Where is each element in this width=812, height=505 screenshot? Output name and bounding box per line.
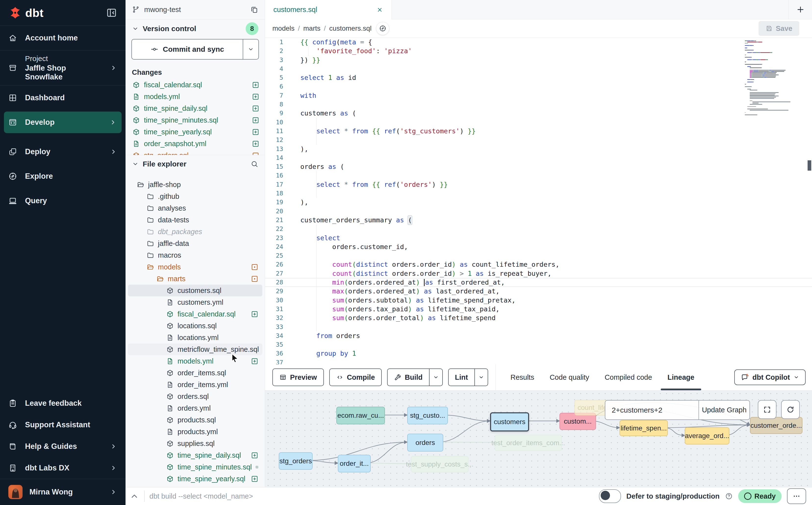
sidebar-item-account-home[interactable]: Account home: [0, 26, 126, 50]
stage-file-button[interactable]: [251, 452, 259, 459]
tree-item[interactable]: customers.sql: [128, 285, 262, 296]
stage-file-button[interactable]: [252, 140, 260, 148]
change-row[interactable]: fiscal_calendar.sql: [126, 79, 265, 91]
sidebar-collapse-button[interactable]: [106, 7, 117, 18]
lineage-refresh-button[interactable]: [781, 400, 800, 419]
change-row[interactable]: time_spine_daily.sql: [126, 103, 265, 114]
sidebar-item-help-guides[interactable]: Help & Guides: [0, 436, 126, 457]
tree-item[interactable]: time_spine_yearly.sql: [128, 473, 262, 485]
tree-item[interactable]: jaffle-shop: [128, 179, 262, 190]
change-row[interactable]: models.yml: [126, 91, 265, 103]
sidebar-item-explore[interactable]: Explore: [0, 164, 126, 188]
sidebar-item-deploy[interactable]: Deploy: [0, 140, 126, 164]
version-control-header[interactable]: Version control 8: [126, 19, 265, 38]
preview-button[interactable]: Preview: [272, 368, 324, 386]
tree-item[interactable]: .github: [128, 190, 262, 202]
tree-item[interactable]: orders.yml: [128, 402, 262, 414]
stage-file-button[interactable]: [251, 475, 259, 483]
tree-item[interactable]: products.sql: [128, 414, 262, 426]
stage-file-button[interactable]: [252, 93, 260, 101]
defer-toggle[interactable]: [599, 489, 621, 503]
breadcrumb-item[interactable]: marts: [303, 24, 320, 32]
lineage-node-customers[interactable]: customers: [490, 412, 529, 432]
build-button[interactable]: Build: [387, 368, 443, 386]
stage-file-button[interactable]: [252, 117, 260, 124]
tree-item[interactable]: dbt_packages: [128, 226, 262, 237]
minimap[interactable]: [745, 40, 804, 116]
lint-options-button[interactable]: [474, 369, 488, 386]
more-options-button[interactable]: [787, 488, 806, 504]
sidebar-item-dbt-labs-dx[interactable]: dbt Labs DX: [0, 457, 126, 479]
user-menu[interactable]: Mirna Wong: [0, 479, 126, 505]
compile-button[interactable]: Compile: [329, 368, 382, 386]
tree-item[interactable]: metricflow_time_spine.sql: [128, 343, 262, 355]
breadcrumb-item[interactable]: models: [272, 24, 295, 32]
tree-item[interactable]: fiscal_calendar.sql: [128, 308, 262, 320]
lineage-node-ecom_raw[interactable]: ecom.raw_cu...: [336, 407, 385, 425]
lineage-node-stg_orders[interactable]: stg_orders: [279, 452, 313, 470]
update-graph-button[interactable]: Update Graph: [698, 400, 750, 419]
tree-item[interactable]: models.yml: [128, 355, 262, 367]
lineage-node-lifetime_spend[interactable]: lifetime_spen...: [620, 420, 668, 436]
tree-item[interactable]: time_spine_daily.sql: [128, 449, 262, 461]
lineage-node-order_items[interactable]: order_it...: [338, 455, 371, 472]
change-row[interactable]: order_snapshot.yml: [126, 138, 265, 150]
tree-item[interactable]: orders.sql: [128, 390, 262, 402]
tree-item[interactable]: customers.yml: [128, 296, 262, 308]
stage-file-button[interactable]: [251, 357, 259, 365]
lineage-node-average_order[interactable]: average_ord...: [685, 427, 729, 445]
tree-item[interactable]: marts: [128, 273, 262, 285]
stage-file-button[interactable]: [252, 81, 260, 89]
dbt-copilot-button[interactable]: dbt Copilot: [734, 369, 806, 385]
tree-item[interactable]: jaffle-data: [128, 237, 262, 249]
stage-file-button[interactable]: [251, 263, 259, 271]
commit-and-sync-button[interactable]: Commit and sync: [131, 39, 259, 59]
close-icon[interactable]: [376, 6, 383, 13]
copy-icon[interactable]: [250, 5, 259, 14]
tab-code-quality[interactable]: Code quality: [550, 364, 589, 390]
sidebar-item-support-assistant[interactable]: Support Assistant: [0, 414, 126, 436]
sidebar-item-develop[interactable]: Develop: [4, 112, 122, 133]
tree-item[interactable]: analyses: [128, 202, 262, 214]
lint-button[interactable]: Lint: [448, 368, 488, 386]
stage-file-button[interactable]: [252, 128, 260, 136]
file-explorer-header[interactable]: File explorer: [126, 155, 265, 173]
save-button[interactable]: Save: [759, 21, 799, 36]
stage-file-button[interactable]: [251, 275, 259, 283]
tree-item[interactable]: locations.yml: [128, 332, 262, 343]
new-tab-button[interactable]: [789, 0, 812, 19]
tree-item[interactable]: models: [128, 261, 262, 273]
help-circle-icon[interactable]: [725, 492, 733, 500]
lineage-node-customer_orders[interactable]: customer_orde...: [750, 417, 802, 434]
tab-customers-sql[interactable]: customers.sql: [265, 0, 392, 20]
lineage-node-test_order_items[interactable]: test_order_items_com...: [495, 435, 562, 451]
lineage-node-test_supply[interactable]: test_supply_costs_s...: [411, 456, 469, 472]
tree-item[interactable]: macros: [128, 249, 262, 261]
breadcrumb-item[interactable]: customers.sql: [329, 24, 372, 32]
commit-options-button[interactable]: [243, 39, 259, 59]
lineage-node-orders[interactable]: orders: [407, 434, 443, 452]
stage-file-button[interactable]: [256, 463, 259, 471]
tree-item[interactable]: time_spine_minutes.sql: [128, 461, 262, 473]
stage-file-button[interactable]: [252, 105, 260, 112]
stage-file-button[interactable]: [251, 310, 259, 318]
tree-item[interactable]: supplies.sql: [128, 438, 262, 449]
explore-lineage-button[interactable]: [376, 22, 389, 35]
tree-item[interactable]: data-tests: [128, 214, 262, 226]
stage-file-button[interactable]: [252, 152, 260, 155]
dbt-command-input[interactable]: dbt build --select <model_name>: [150, 492, 253, 500]
change-row[interactable]: stg_orders.sql: [126, 150, 265, 155]
code-editor[interactable]: 1{{ config(meta = {2 'favorite_food': 'p…: [265, 38, 812, 364]
lineage-selector-input[interactable]: 2+customers+2: [605, 400, 698, 419]
chevron-up-icon[interactable]: [130, 491, 139, 501]
sidebar-item-dashboard[interactable]: Dashboard: [0, 86, 126, 110]
tab-results[interactable]: Results: [510, 364, 534, 390]
lineage-fullscreen-button[interactable]: [758, 400, 777, 419]
change-row[interactable]: time_spine_yearly.sql: [126, 126, 265, 138]
sidebar-item-query[interactable]: Query: [0, 188, 126, 213]
tree-item[interactable]: products.yml: [128, 426, 262, 438]
tree-item[interactable]: locations.sql: [128, 320, 262, 332]
sidebar-item-project[interactable]: ProjectJaffle Shop Snowflake: [0, 50, 126, 85]
tree-item[interactable]: order_items.sql: [128, 367, 262, 379]
tab-compiled-code[interactable]: Compiled code: [605, 364, 652, 390]
